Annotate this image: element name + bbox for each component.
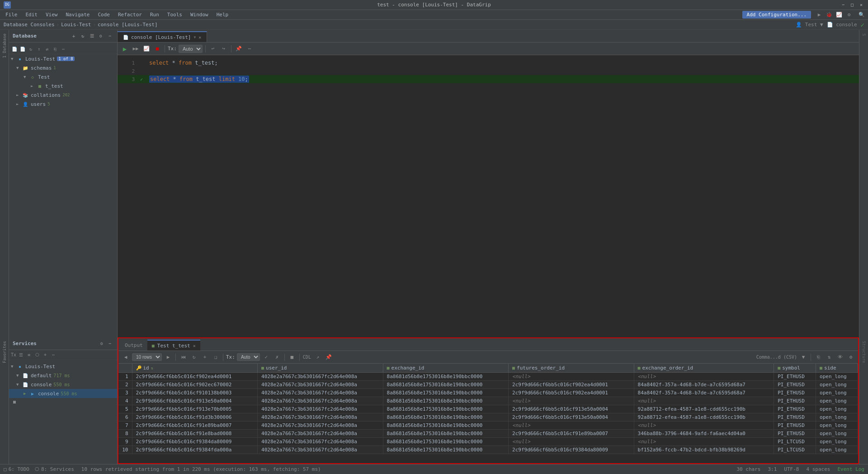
- table-cell[interactable]: <null>: [509, 373, 634, 381]
- add-row-button[interactable]: +: [200, 353, 209, 362]
- sv-node-console[interactable]: ▼ 📄 console 550 ms: [9, 380, 117, 389]
- table-row[interactable]: 82c9f9d666cf6bb5c016cf91e8bad00084028e2a…: [118, 430, 858, 438]
- table-row[interactable]: 32c9f9d666cf6bb5c016cf910138b00034028e2a…: [118, 389, 858, 397]
- table-cell[interactable]: 8a8681d56b8e1753016b8e190bbc0000: [383, 438, 509, 446]
- col-header-exchange-order-id[interactable]: ■ exchange_order_id: [634, 364, 774, 373]
- explain-button[interactable]: 📈: [142, 44, 151, 53]
- services-settings-icon[interactable]: ⚙: [98, 340, 105, 347]
- table-cell[interactable]: 8a8681d56b8e1753016b8e190bbc0000: [383, 373, 509, 381]
- table-cell[interactable]: 2c9f9d666cf6bb5c016cf91e89ba0007: [132, 422, 258, 430]
- table-row[interactable]: 72c9f9d666cf6bb5c016cf91e89ba00074028e2a…: [118, 422, 858, 430]
- sv-group-icon[interactable]: ≡: [25, 351, 33, 359]
- run-button[interactable]: ▶: [120, 44, 129, 53]
- table-cell[interactable]: bf152a96-fccb-47b2-bdcd-bfb38b98269d: [634, 446, 774, 454]
- table-cell[interactable]: <null>: [509, 438, 634, 446]
- filter-button[interactable]: ⎗: [814, 353, 823, 362]
- menu-file[interactable]: File: [2, 11, 21, 19]
- table-cell[interactable]: PI_ETHUSD: [774, 422, 816, 430]
- table-cell[interactable]: 2c9f9d666cf6bb5c016cf902ea4d0001: [509, 389, 634, 397]
- table-cell[interactable]: 2c9f9d666cf6bb5c016cf913e70b0005: [132, 405, 258, 413]
- col-header-symbol[interactable]: ■ symbol: [774, 364, 816, 373]
- sv-more-icon[interactable]: ⋯: [50, 351, 57, 359]
- table-cell[interactable]: 8a8681d56b8e1753016b8e190bbc0000: [383, 389, 509, 397]
- table-cell[interactable]: PI_ETHUSD: [774, 389, 816, 397]
- table-cell[interactable]: 2c9f9d666cf6bb5c016cf91e89ba0007: [509, 430, 634, 438]
- tree-node-schemas[interactable]: ▼ 📁 schemas 1: [9, 63, 117, 72]
- table-row[interactable]: 62c9f9d666cf6bb5c016cf91d3b3000064028e2a…: [118, 413, 858, 422]
- commit-button[interactable]: ✓: [262, 353, 271, 362]
- tree-node-collations[interactable]: ► 📚 collations 202: [9, 90, 117, 100]
- user-indicator[interactable]: 👤 Test ▼: [796, 22, 823, 28]
- sv-add-icon[interactable]: +: [42, 351, 49, 359]
- table-cell[interactable]: 8a8681d56b8e1753016b8e190bbc0000: [383, 397, 509, 405]
- table-cell[interactable]: <null>: [509, 422, 634, 430]
- next-page-button[interactable]: ▶: [164, 353, 173, 362]
- table-cell[interactable]: 2c9f9d666cf6bb5c016cf902ea4d0001: [132, 373, 258, 381]
- tree-node-t-test[interactable]: ► ■ t_test: [9, 81, 117, 90]
- table-cell[interactable]: PI_ETHUSD: [774, 413, 816, 422]
- table-cell[interactable]: 8a8681d56b8e1753016b8e190bbc0000: [383, 405, 509, 413]
- export-button[interactable]: ▼: [799, 353, 808, 362]
- sv-filter-icon[interactable]: ⎔: [33, 351, 41, 359]
- tree-node-test[interactable]: ▼ ◇ Test: [9, 72, 117, 81]
- table-cell[interactable]: open_long: [816, 381, 858, 389]
- table-cell[interactable]: <null>: [634, 397, 774, 405]
- col-header-side[interactable]: ■ side: [816, 364, 858, 373]
- table-cell[interactable]: 4028e2a7667c3b6301667fc2d64e008a: [258, 381, 383, 389]
- table-cell[interactable]: 4028e2a7667c3b6301667fc2d64e008a: [258, 389, 383, 397]
- data-table-wrapper[interactable]: 🔑 id ⇅ ■ user_id: [118, 364, 858, 463]
- clone-row-button[interactable]: ❏: [211, 353, 220, 362]
- sv-node-default[interactable]: ▼ 📄 default 717 ms: [9, 371, 117, 380]
- table-cell[interactable]: 4028e2a7667c3b6301667fc2d64e008a: [258, 413, 383, 422]
- results-tab-close[interactable]: ✕: [193, 343, 196, 348]
- breadcrumb-item-2[interactable]: Louis-Test: [61, 22, 91, 28]
- table-cell[interactable]: open_long: [816, 373, 858, 381]
- table-row[interactable]: 22c9f9d666cf6bb5c016cf902ec6700024028e2a…: [118, 381, 858, 389]
- breadcrumb-item-1[interactable]: Database Consoles: [4, 22, 55, 28]
- table-cell[interactable]: 2c9f9d666cf6bb5c016cf913e50a0004: [509, 413, 634, 422]
- tree-node-users[interactable]: ► 👤 users 5: [9, 100, 117, 109]
- table-cell[interactable]: 4028e2a7667c3b6301667fc2d64e008a: [258, 405, 383, 413]
- table-cell[interactable]: 4028e2a7667c3b6301667fc2d64e008a: [258, 397, 383, 405]
- table-row[interactable]: 52c9f9d666cf6bb5c016cf913e70b00054028e2a…: [118, 405, 858, 413]
- rows-per-page-select[interactable]: 10 rows 20 rows 50 rows: [132, 353, 162, 361]
- table-cell[interactable]: 92a88712-efea-4587-a1e8-cdd655cc190b: [634, 413, 774, 422]
- table-cell[interactable]: <null>: [634, 373, 774, 381]
- table-cell[interactable]: open_long: [816, 397, 858, 405]
- table-cell[interactable]: 2c9f9d666cf6bb5c016cf9384fda000a: [132, 446, 258, 454]
- services-collapse-icon[interactable]: −: [106, 340, 113, 347]
- table-cell[interactable]: open_long: [816, 430, 858, 438]
- new-query-icon[interactable]: 📄: [11, 46, 18, 53]
- menu-window[interactable]: Window: [187, 11, 212, 19]
- sync-icon[interactable]: ⇄: [43, 46, 51, 53]
- breadcrumb-item-3[interactable]: console [Louis-Test]: [98, 22, 157, 28]
- prev-page-button[interactable]: ◀: [121, 353, 130, 362]
- open-console-icon[interactable]: 📄: [19, 46, 26, 53]
- col-header-futures-order-id[interactable]: ■ futures_order_id: [509, 364, 634, 373]
- sv-node-louis-test[interactable]: ▼ ▪ Louis-Test: [9, 362, 117, 371]
- table-cell[interactable]: 84a8402f-357a-4d68-b7de-a7c6595d68a7: [634, 389, 774, 397]
- tab-output[interactable]: Output: [120, 340, 147, 351]
- table-cell[interactable]: 346ba88b-3796-4684-9afd-fa6aec4d04a0: [634, 430, 774, 438]
- table-cell[interactable]: 2c9f9d666cf6bb5c016cf910138b0003: [132, 389, 258, 397]
- profile-button[interactable]: ⚙: [844, 10, 854, 19]
- first-row-button[interactable]: ⏮: [179, 353, 188, 362]
- table-cell[interactable]: open_long: [816, 438, 858, 446]
- rollback-button[interactable]: ✗: [273, 353, 282, 362]
- table-cell[interactable]: 2c9f9d666cf6bb5c016cf913e50a0004: [509, 405, 634, 413]
- table-cell[interactable]: open_long: [816, 413, 858, 422]
- stop-results-button[interactable]: ■: [288, 353, 297, 362]
- jump-to-source-button[interactable]: ↗: [313, 353, 322, 362]
- redo-button[interactable]: ↪: [219, 44, 228, 53]
- tab-test-t-test[interactable]: ■ Test t_test ✕: [147, 340, 200, 351]
- ddl-button[interactable]: CDL: [302, 353, 311, 362]
- add-configuration-button[interactable]: Add Configuration...: [742, 11, 811, 19]
- menu-refactor[interactable]: Refactor: [114, 11, 146, 19]
- menu-edit[interactable]: Edit: [22, 11, 42, 19]
- refresh-icon[interactable]: ↻: [79, 33, 86, 40]
- table-cell[interactable]: open_long: [816, 446, 858, 454]
- table-cell[interactable]: 8a8681d56b8e1753016b8e190bbc0000: [383, 430, 509, 438]
- menu-help[interactable]: Help: [213, 11, 232, 19]
- table-cell[interactable]: 2c9f9d666cf6bb5c016cf9384da80009: [132, 438, 258, 446]
- table-cell[interactable]: 8a8681d56b8e1753016b8e190bbc0000: [383, 413, 509, 422]
